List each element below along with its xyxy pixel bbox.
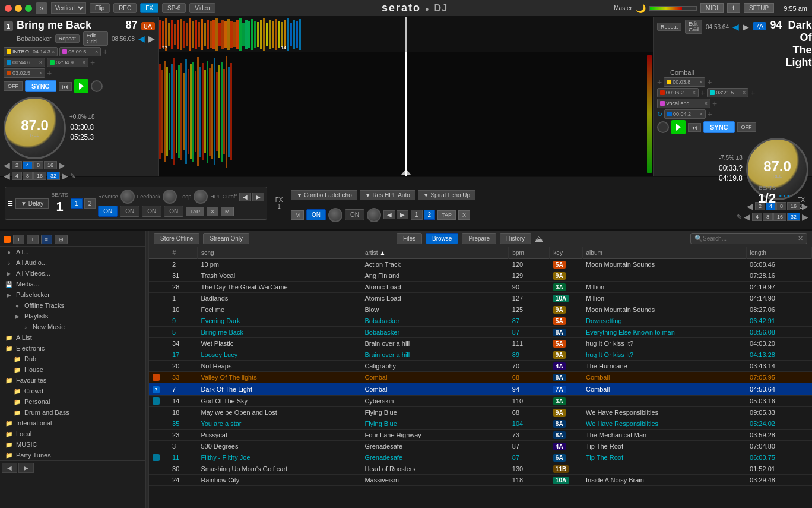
- deck2-cue-dial[interactable]: [657, 121, 669, 133]
- col-artist-header[interactable]: artist ▲: [361, 247, 508, 259]
- files-tab[interactable]: Files: [397, 233, 422, 244]
- deck1-cue-1[interactable]: INTRO 04:14.3 ×: [4, 47, 58, 56]
- deck1-loop-16[interactable]: 16: [44, 161, 57, 169]
- fx-deck1-btn[interactable]: 1: [71, 198, 83, 209]
- rec-button[interactable]: REC: [113, 3, 137, 13]
- minimize-button[interactable]: [15, 5, 22, 12]
- fx-on2-button[interactable]: ON: [120, 206, 139, 217]
- sidebar-item-dub[interactable]: 📁 Dub: [0, 354, 145, 364]
- waveform-main[interactable]: [159, 52, 653, 176]
- deck2-cue-add1[interactable]: +: [657, 77, 662, 87]
- search-clear-icon[interactable]: ✕: [798, 235, 803, 242]
- fx-right-deck1[interactable]: 1: [411, 210, 423, 220]
- deck1-cue-add3[interactable]: +: [47, 68, 52, 78]
- deck2-edit-grid[interactable]: Edit Grid: [685, 20, 702, 34]
- deck2-cue-3-delete[interactable]: ×: [743, 90, 746, 96]
- table-row[interactable]: 34Wet PlasticBrain over a hill1115Ahug I…: [149, 338, 812, 349]
- deck2-cue-add-r2[interactable]: +: [700, 88, 705, 97]
- table-row[interactable]: 17Loosey LucyBrain over a hill899Ahug It…: [149, 349, 812, 361]
- deck1-cue-2-delete[interactable]: ×: [39, 59, 42, 65]
- fx-reverse-knob[interactable]: [120, 190, 135, 204]
- fx-tap-right[interactable]: TAP: [437, 210, 456, 220]
- sidebar-item-all-audio[interactable]: ♪ All Audio...: [0, 257, 145, 268]
- fx-res-button[interactable]: ▼ Res HPF Auto: [360, 190, 415, 200]
- deck2-loop2-right[interactable]: ▶: [802, 212, 808, 222]
- sidebar-item-favourites[interactable]: 📁 Favourites: [0, 375, 145, 386]
- col-indicator-header[interactable]: [149, 247, 169, 259]
- deck2-cue-add-r5[interactable]: +: [708, 109, 712, 119]
- table-row[interactable]: 9Evening DarkBobabacker875ADownsetting06…: [149, 315, 812, 327]
- sidebar-item-music[interactable]: 📁 MUSIC: [0, 439, 145, 450]
- fx-menu-btn[interactable]: ☰: [8, 200, 13, 207]
- deck1-cue-5[interactable]: 03:02.5 ×: [4, 68, 45, 78]
- history-tab[interactable]: History: [500, 233, 531, 244]
- sidebar-item-crowd[interactable]: 📁 Crowd: [0, 386, 145, 396]
- fx-feedback-knob[interactable]: [163, 190, 177, 204]
- deck2-cue-5-delete[interactable]: ×: [700, 111, 703, 117]
- deck2-cue-1-delete[interactable]: ×: [699, 79, 702, 85]
- library-expand-icon[interactable]: ⛰: [535, 234, 543, 244]
- table-row[interactable]: 23PussycatFour Lane Highway738AThe Mecha…: [149, 429, 812, 440]
- deck2-play-button[interactable]: [671, 120, 686, 134]
- sidebar-list-btn[interactable]: ≡: [41, 235, 52, 244]
- sidebar-item-all-videos[interactable]: ▶ All Videos...: [0, 268, 145, 279]
- deck1-edit-grid[interactable]: Edit Grid: [83, 31, 108, 46]
- prepare-tab[interactable]: Prepare: [462, 233, 496, 244]
- maximize-button[interactable]: [25, 5, 32, 12]
- waveform-overview[interactable]: 77 14: [159, 17, 653, 52]
- fx-next-btn[interactable]: ▶: [252, 193, 264, 201]
- sidebar-item-electronic[interactable]: 📁 Electronic: [0, 343, 145, 354]
- deck2-cue-5[interactable]: 00:04.2 ×: [664, 109, 706, 119]
- deck1-loop-32[interactable]: 32: [47, 172, 60, 180]
- sidebar-item-personal[interactable]: 📁 Personal: [0, 396, 145, 407]
- deck1-waveform-toggle[interactable]: ◀: [138, 34, 145, 43]
- deck1-loop-4b[interactable]: 4: [12, 172, 22, 180]
- table-row[interactable]: 5Bring me BackBobabacker878AEverything E…: [149, 327, 812, 338]
- sidebar-item-all[interactable]: ● All...: [0, 247, 145, 257]
- deck1-cue-dial[interactable]: [91, 80, 103, 92]
- midi-button[interactable]: MIDI: [700, 3, 724, 13]
- deck1-loop-4[interactable]: 4: [23, 161, 33, 169]
- browse-tab[interactable]: Browse: [426, 233, 458, 244]
- sidebar-scroll-right[interactable]: ▶: [18, 463, 34, 473]
- fx-tap-button[interactable]: TAP: [186, 207, 204, 216]
- sidebar-add2-btn[interactable]: +: [27, 235, 38, 244]
- sidebar-item-media[interactable]: 💾 Media...: [0, 279, 145, 289]
- fx-m-button[interactable]: M: [221, 207, 234, 216]
- table-row[interactable]: 20Not HeapsCaligraphy704AThe Hurricane03…: [149, 361, 812, 372]
- col-length-header[interactable]: length: [746, 247, 811, 259]
- fx-prev-btn[interactable]: ◀: [239, 193, 251, 201]
- deck1-cue-4-delete[interactable]: ×: [83, 59, 85, 65]
- fx-on4-button[interactable]: ON: [164, 206, 183, 217]
- deck2-cue-add-r3[interactable]: +: [750, 88, 755, 97]
- deck2-cue-2[interactable]: 00:06.2 ×: [657, 88, 699, 97]
- deck1-repeat[interactable]: Repeat: [55, 34, 80, 43]
- deck1-loop-right[interactable]: ▶: [59, 160, 65, 170]
- table-row[interactable]: 31Trash VocalAng Finland1299A07:28.16: [149, 270, 812, 282]
- fx-deck2-btn[interactable]: 2: [84, 198, 96, 209]
- deck2-prev-button[interactable]: ⏮: [688, 123, 701, 132]
- deck1-waveform-expand[interactable]: ▶: [148, 34, 155, 43]
- fx-on-button[interactable]: ON: [98, 206, 118, 217]
- fx-combo-button[interactable]: ▼ Combo FadeEcho: [291, 190, 357, 200]
- deck2-cue-4[interactable]: Vocal end ×: [657, 99, 710, 108]
- fx-on3-button[interactable]: ON: [142, 206, 161, 217]
- sidebar-grid-btn[interactable]: ⊞: [55, 235, 68, 244]
- table-row[interactable]: 28The Day The Great WarCameAtomic Load90…: [149, 282, 812, 293]
- search-input[interactable]: [703, 235, 798, 242]
- deck1-loop-left[interactable]: ◀: [4, 160, 10, 170]
- deck1-loop-8b[interactable]: 8: [23, 172, 33, 180]
- deck2-off-button[interactable]: OFF: [737, 122, 756, 132]
- deck2-cue-reload[interactable]: ↻: [657, 109, 662, 119]
- fx-x-button[interactable]: X: [207, 207, 218, 216]
- col-num-header[interactable]: #: [169, 247, 197, 259]
- col-key-header[interactable]: key: [550, 247, 582, 259]
- sidebar-item-local[interactable]: 📁 Local: [0, 428, 145, 439]
- setup-button[interactable]: SETUP: [744, 3, 774, 13]
- table-row[interactable]: 33Valley Of The lightsComball688AComball…: [149, 372, 812, 383]
- table-row[interactable]: 10Feel meBlow1259AMoon Mountain Sounds08…: [149, 304, 812, 315]
- fx-on-right-button[interactable]: ON: [306, 209, 326, 220]
- deck2-waveform-expand[interactable]: ▶: [743, 22, 749, 31]
- deck1-cue-3-delete[interactable]: ×: [95, 49, 98, 55]
- deck1-sync-button[interactable]: SYNC: [25, 80, 56, 92]
